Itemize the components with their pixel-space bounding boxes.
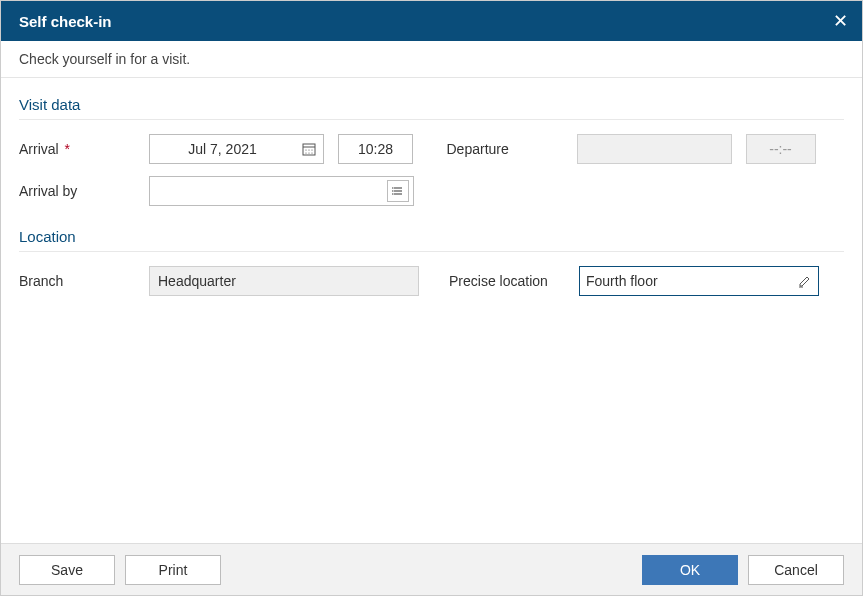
cancel-button[interactable]: Cancel (748, 555, 844, 585)
pencil-icon[interactable] (794, 274, 812, 288)
departure-date-input (577, 134, 732, 164)
departure-time-input: --:-- (746, 134, 816, 164)
footer-right: OK Cancel (642, 555, 844, 585)
label-departure: Departure (447, 141, 577, 157)
svg-point-7 (311, 152, 312, 153)
dialog-footer: Save Print OK Cancel (1, 543, 862, 595)
save-button[interactable]: Save (19, 555, 115, 585)
dialog-subtitle: Check yourself in for a visit. (1, 41, 862, 78)
field-branch: Branch Headquarter (19, 266, 419, 296)
arrival-controls: Jul 7, 2021 10:28 (149, 134, 413, 164)
section-visit-data: Visit data Arrival * Jul 7, 2021 10:28 (19, 96, 844, 206)
svg-point-2 (305, 149, 306, 150)
arrival-date-input[interactable]: Jul 7, 2021 (149, 134, 324, 164)
row-arrival-by: Arrival by (19, 176, 844, 206)
svg-point-11 (392, 187, 394, 189)
svg-point-5 (305, 152, 306, 153)
field-departure: Departure --:-- (447, 134, 845, 164)
section-title-location: Location (19, 228, 844, 252)
field-arrival-by: Arrival by (19, 176, 417, 206)
precise-location-value: Fourth floor (586, 273, 794, 289)
row-arrival-departure: Arrival * Jul 7, 2021 10:28 Dep (19, 134, 844, 164)
svg-point-12 (392, 190, 394, 192)
label-precise-location: Precise location (449, 273, 579, 289)
svg-point-4 (311, 149, 312, 150)
label-arrival-by: Arrival by (19, 183, 149, 199)
arrival-by-select[interactable] (149, 176, 414, 206)
departure-time-value: --:-- (769, 141, 792, 157)
branch-value: Headquarter (158, 273, 236, 289)
section-location: Location Branch Headquarter Precise loca… (19, 228, 844, 296)
label-branch: Branch (19, 273, 149, 289)
svg-point-3 (308, 149, 309, 150)
departure-controls: --:-- (577, 134, 816, 164)
calendar-icon[interactable] (295, 135, 323, 163)
dialog-titlebar: Self check-in ✕ (1, 1, 862, 41)
field-precise-location: Precise location Fourth floor (449, 266, 844, 296)
branch-input: Headquarter (149, 266, 419, 296)
footer-left: Save Print (19, 555, 221, 585)
arrival-time-value: 10:28 (358, 141, 393, 157)
svg-point-13 (392, 193, 394, 195)
close-icon[interactable]: ✕ (833, 12, 848, 30)
arrival-time-input[interactable]: 10:28 (338, 134, 413, 164)
field-arrival: Arrival * Jul 7, 2021 10:28 (19, 134, 417, 164)
label-arrival: Arrival * (19, 141, 149, 157)
svg-point-6 (308, 152, 309, 153)
list-icon[interactable] (387, 180, 409, 202)
ok-button[interactable]: OK (642, 555, 738, 585)
arrival-date-value: Jul 7, 2021 (150, 141, 295, 157)
section-title-visit: Visit data (19, 96, 844, 120)
print-button[interactable]: Print (125, 555, 221, 585)
label-arrival-text: Arrival (19, 141, 59, 157)
required-marker: * (65, 141, 70, 157)
dialog-content: Visit data Arrival * Jul 7, 2021 10:28 (1, 78, 862, 543)
precise-location-input[interactable]: Fourth floor (579, 266, 819, 296)
row-location: Branch Headquarter Precise location Four… (19, 266, 844, 296)
dialog-title: Self check-in (19, 13, 112, 30)
